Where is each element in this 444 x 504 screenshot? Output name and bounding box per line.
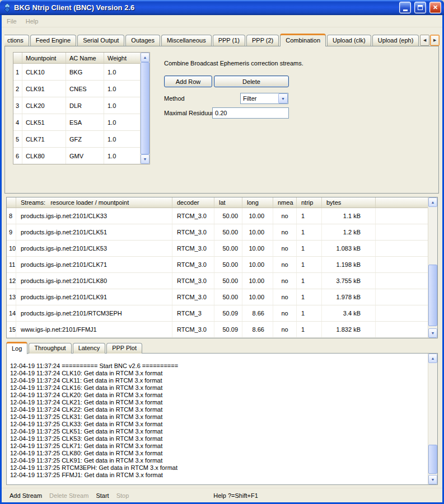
maximal-residuum-input[interactable] bbox=[212, 107, 289, 119]
tab-upload-eph[interactable]: Upload (eph) bbox=[372, 35, 419, 46]
cell-mountpoint[interactable]: CLK51 bbox=[22, 114, 66, 130]
cell-mountpoint[interactable]: products.igs-ip.net:2101/RTCM3EPH bbox=[16, 305, 172, 321]
combination-table-scrollbar[interactable]: ▲ ▼ bbox=[140, 53, 149, 164]
maximize-button[interactable] bbox=[414, 2, 426, 13]
log-output[interactable]: 12-04-19 11:37:24 ========== Start BNC v… bbox=[7, 354, 428, 484]
col-header-lat[interactable]: lat bbox=[214, 197, 242, 208]
cell-ac-name[interactable]: ESA bbox=[66, 114, 104, 130]
cell-ac-name[interactable]: CNES bbox=[66, 81, 104, 97]
combination-row[interactable]: 4 CLK51 ESA 1.0 bbox=[13, 114, 140, 131]
cell-mountpoint[interactable]: CLK71 bbox=[22, 131, 66, 147]
col-header-weight[interactable]: Weight bbox=[104, 53, 140, 63]
stream-row[interactable]: 13 products.igs-ip.net:2101/CLK91 RTCM_3… bbox=[7, 289, 428, 305]
combination-row[interactable]: 6 CLK80 GMV 1.0 bbox=[13, 148, 140, 164]
scrollbar-track[interactable] bbox=[428, 363, 437, 475]
cell-mountpoint[interactable]: products.igs-ip.net:2101/CLK71 bbox=[16, 257, 172, 272]
cell-mountpoint[interactable]: products.igs-ip.net:2101/CLK33 bbox=[16, 208, 172, 224]
log-scrollbar[interactable]: ▲ ▼ bbox=[428, 354, 437, 484]
cell-weight[interactable]: 1.0 bbox=[104, 114, 140, 130]
cell-bytes: 1.978 kB bbox=[322, 289, 376, 305]
delete-button[interactable]: Delete bbox=[214, 76, 289, 87]
tab-latency[interactable]: Latency bbox=[73, 343, 106, 354]
scrollbar-thumb[interactable] bbox=[428, 445, 437, 474]
scroll-up-button[interactable]: ▲ bbox=[428, 354, 437, 363]
cell-lat: 50.09 bbox=[214, 305, 242, 321]
tab-ppp-2[interactable]: PPP (2) bbox=[246, 35, 279, 46]
titlebar[interactable]: BKG Ntrip Client (BNC) Version 2.6 ✕ bbox=[0, 0, 444, 15]
col-header-mountpoint[interactable]: Mountpoint bbox=[22, 53, 66, 63]
scroll-up-button[interactable]: ▲ bbox=[141, 53, 149, 62]
stream-row[interactable]: 14 products.igs-ip.net:2101/RTCM3EPH RTC… bbox=[7, 305, 428, 322]
scroll-down-button[interactable]: ▼ bbox=[141, 154, 149, 164]
cell-mountpoint[interactable]: products.igs-ip.net:2101/CLK80 bbox=[16, 273, 172, 289]
cell-mountpoint[interactable]: CLK80 bbox=[22, 148, 66, 164]
cell-filler bbox=[376, 257, 428, 272]
tab-scroll-right-button[interactable]: ▶ bbox=[430, 35, 440, 46]
stream-row[interactable]: 10 products.igs-ip.net:2101/CLK53 RTCM_3… bbox=[7, 241, 428, 257]
streams-scrollbar[interactable]: ▲ ▼ bbox=[428, 197, 437, 338]
tab-corrections[interactable]: ctions bbox=[4, 35, 29, 46]
cell-ac-name[interactable]: DLR bbox=[66, 97, 104, 114]
scrollbar-track[interactable] bbox=[428, 207, 437, 328]
tab-scroll-left-button[interactable]: ◀ bbox=[420, 35, 429, 46]
chevron-down-icon[interactable]: ▼ bbox=[278, 93, 288, 103]
scrollbar-track[interactable] bbox=[141, 62, 149, 154]
cell-weight[interactable]: 1.0 bbox=[104, 81, 140, 97]
tab-feed-engine[interactable]: Feed Engine bbox=[30, 35, 76, 46]
cell-mountpoint[interactable]: products.igs-ip.net:2101/CLK91 bbox=[16, 289, 172, 305]
combination-row[interactable]: 5 CLK71 GFZ 1.0 bbox=[13, 131, 140, 148]
tab-combination[interactable]: Combination bbox=[280, 34, 326, 46]
combination-row[interactable]: 2 CLK91 CNES 1.0 bbox=[13, 81, 140, 97]
scroll-up-button[interactable]: ▲ bbox=[428, 197, 437, 207]
tab-throughput[interactable]: Throughput bbox=[29, 343, 71, 354]
tab-ppp-1[interactable]: PPP (1) bbox=[213, 35, 245, 46]
col-header-nmea[interactable]: nmea bbox=[273, 197, 297, 208]
col-header-decoder[interactable]: decoder bbox=[172, 197, 214, 208]
log-line: 12-04-19 11:37:25 CLK51: Get data in RTC… bbox=[10, 428, 426, 435]
close-button[interactable]: ✕ bbox=[429, 2, 441, 13]
start-button[interactable]: Start bbox=[96, 492, 109, 499]
tab-ppp-plot[interactable]: PPP Plot bbox=[106, 343, 142, 354]
col-header-long[interactable]: long bbox=[242, 197, 273, 208]
cell-mountpoint[interactable]: products.igs-ip.net:2101/CLK51 bbox=[16, 224, 172, 240]
stream-row[interactable]: 9 products.igs-ip.net:2101/CLK51 RTCM_3.… bbox=[7, 224, 428, 241]
scroll-down-button[interactable]: ▼ bbox=[428, 328, 437, 338]
method-select[interactable]: Filter ▼ bbox=[240, 93, 288, 104]
cell-mountpoint[interactable]: CLK91 bbox=[22, 81, 66, 97]
add-row-button[interactable]: Add Row bbox=[164, 76, 212, 87]
tab-miscellaneous[interactable]: Miscellaneous bbox=[161, 35, 212, 46]
stream-row[interactable]: 12 products.igs-ip.net:2101/CLK80 RTCM_3… bbox=[7, 273, 428, 289]
stream-row[interactable]: 15 www.igs-ip.net:2101/FFMJ1 RTCM_3.0 50… bbox=[7, 322, 428, 338]
cell-weight[interactable]: 1.0 bbox=[104, 148, 140, 164]
cell-weight[interactable]: 1.0 bbox=[104, 97, 140, 114]
scroll-down-button[interactable]: ▼ bbox=[428, 475, 437, 484]
col-header-ac-name[interactable]: AC Name bbox=[66, 53, 104, 63]
add-stream-button[interactable]: Add Stream bbox=[10, 492, 42, 499]
menu-help[interactable]: Help bbox=[26, 18, 39, 25]
tab-log[interactable]: Log bbox=[6, 342, 27, 354]
cell-weight[interactable]: 1.0 bbox=[104, 64, 140, 80]
col-header-ntrip[interactable]: ntrip bbox=[297, 197, 322, 208]
cell-ac-name[interactable]: GMV bbox=[66, 148, 104, 164]
combination-row[interactable]: 1 CLK10 BKG 1.0 bbox=[13, 64, 140, 81]
scrollbar-thumb[interactable] bbox=[141, 62, 149, 154]
combination-row[interactable]: 3 CLK20 DLR 1.0 bbox=[13, 97, 140, 114]
scrollbar-thumb[interactable] bbox=[428, 265, 437, 326]
col-header-streams[interactable]: Streams: resource loader / mountpoint bbox=[16, 197, 172, 208]
tab-outages[interactable]: Outages bbox=[125, 35, 160, 46]
cell-mountpoint[interactable]: CLK10 bbox=[22, 64, 66, 80]
minimize-button[interactable] bbox=[399, 2, 411, 13]
tab-serial-output[interactable]: Serial Output bbox=[77, 35, 124, 46]
menu-file[interactable]: File bbox=[7, 18, 17, 25]
tab-upload-clk[interactable]: Upload (clk) bbox=[327, 35, 371, 46]
col-header-bytes[interactable]: bytes bbox=[322, 197, 376, 208]
cell-mountpoint[interactable]: CLK20 bbox=[22, 97, 66, 114]
cell-nmea: no bbox=[273, 322, 297, 337]
cell-weight[interactable]: 1.0 bbox=[104, 131, 140, 147]
cell-mountpoint[interactable]: products.igs-ip.net:2101/CLK53 bbox=[16, 241, 172, 256]
cell-mountpoint[interactable]: www.igs-ip.net:2101/FFMJ1 bbox=[16, 322, 172, 337]
stream-row[interactable]: 8 products.igs-ip.net:2101/CLK33 RTCM_3.… bbox=[7, 208, 428, 224]
cell-ac-name[interactable]: BKG bbox=[66, 64, 104, 80]
cell-ac-name[interactable]: GFZ bbox=[66, 131, 104, 147]
stream-row[interactable]: 11 products.igs-ip.net:2101/CLK71 RTCM_3… bbox=[7, 257, 428, 273]
